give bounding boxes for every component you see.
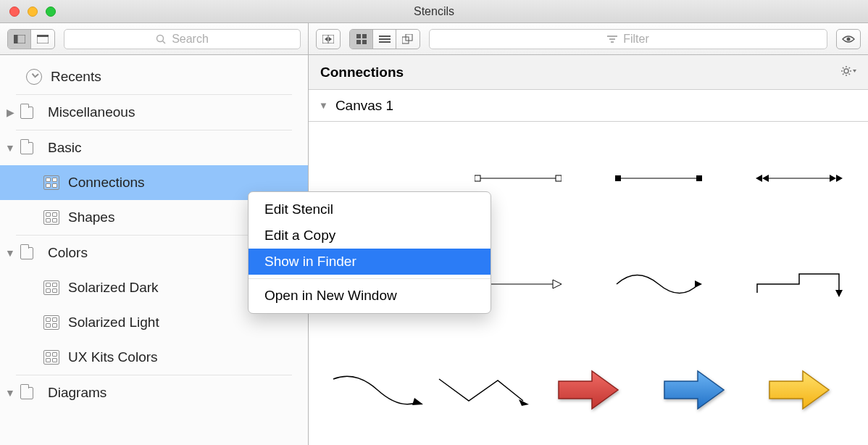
svg-marker-9 xyxy=(329,37,332,41)
visibility-button[interactable] xyxy=(836,29,861,49)
close-button[interactable] xyxy=(9,7,20,17)
zoom-button[interactable] xyxy=(46,7,56,17)
svg-point-22 xyxy=(847,37,851,41)
window-title: Stencils xyxy=(0,5,868,18)
connector-wave-curve-arrow[interactable] xyxy=(330,370,425,410)
settings-gear-button[interactable] xyxy=(840,65,856,80)
search-placeholder: Search xyxy=(172,33,209,46)
svg-rect-35 xyxy=(556,175,562,181)
search-icon xyxy=(156,34,166,44)
section-title: Connections xyxy=(320,65,404,80)
svg-line-31 xyxy=(849,67,851,69)
fat-arrow-blue[interactable] xyxy=(647,370,741,410)
svg-rect-36 xyxy=(615,175,621,181)
filter-icon xyxy=(607,35,617,43)
list-view-button[interactable] xyxy=(373,30,396,49)
detail-view-button[interactable] xyxy=(396,30,420,49)
ctx-show-in-finder[interactable]: Show in Finder xyxy=(249,249,491,275)
sidebar-item-label: Basic xyxy=(48,140,81,156)
stencil-icon xyxy=(43,350,59,365)
context-menu: Edit Stencil Edit a Copy Show in Finder … xyxy=(248,191,491,314)
sidebar-group-diagrams[interactable]: ▼ Diagrams xyxy=(0,375,308,410)
folder-icon xyxy=(20,142,33,154)
svg-marker-43 xyxy=(830,175,836,182)
detail-icon xyxy=(402,34,414,44)
ctx-open-in-new-window[interactable]: Open in New Window xyxy=(249,283,491,309)
ctx-separator xyxy=(249,278,491,279)
titlebar: Stencils xyxy=(0,0,868,23)
svg-marker-39 xyxy=(756,175,762,182)
view-mode-toggle xyxy=(349,29,420,49)
disclosure-down-icon[interactable]: ▼ xyxy=(4,142,16,154)
svg-marker-50 xyxy=(519,399,529,406)
traffic-lights xyxy=(0,7,56,17)
clock-icon xyxy=(26,69,42,85)
svg-line-28 xyxy=(843,67,844,69)
svg-rect-12 xyxy=(356,40,361,44)
disclosure-down-icon[interactable]: ▼ xyxy=(319,100,328,111)
sidebar-search[interactable]: Search xyxy=(64,29,301,49)
svg-marker-49 xyxy=(412,398,423,405)
connector-step-arrow[interactable] xyxy=(752,264,846,304)
ctx-edit-a-copy[interactable]: Edit a Copy xyxy=(249,222,491,249)
ctx-edit-stencil[interactable]: Edit Stencil xyxy=(249,196,491,222)
disclosure-right-icon[interactable]: ▶ xyxy=(4,107,16,118)
stencil-icon xyxy=(43,280,59,295)
sidebar-layout-toggle xyxy=(7,29,55,49)
canvas-title: Canvas 1 xyxy=(335,98,393,114)
svg-rect-33 xyxy=(475,175,480,181)
section-header: Connections xyxy=(309,55,868,90)
svg-marker-8 xyxy=(325,37,327,41)
sidebar-item-label: Solarized Light xyxy=(68,315,159,330)
disclosure-down-icon[interactable]: ▼ xyxy=(4,387,16,399)
fat-arrow-yellow[interactable] xyxy=(752,370,846,410)
folder-icon xyxy=(20,107,33,119)
connector-zigzag-arrow[interactable] xyxy=(436,370,530,410)
sidebar-item-ux-kits-colors[interactable]: UX Kits Colors xyxy=(0,340,308,375)
grid-view-button[interactable] xyxy=(350,30,373,49)
eye-icon xyxy=(842,35,855,43)
canvas-header[interactable]: ▼ Canvas 1 xyxy=(309,90,868,122)
svg-marker-42 xyxy=(836,175,843,182)
filter-placeholder: Filter xyxy=(623,33,649,46)
grid-icon xyxy=(356,34,367,44)
disclosure-down-icon[interactable]: ▼ xyxy=(4,247,16,259)
sidebar-item-label: Recents xyxy=(51,69,101,85)
stencil-icon xyxy=(43,210,59,225)
svg-marker-40 xyxy=(762,175,769,182)
svg-point-4 xyxy=(157,35,164,41)
connector-double-arrows[interactable] xyxy=(752,158,846,199)
sidebar-item-label: Connections xyxy=(68,175,145,191)
svg-marker-32 xyxy=(853,70,856,72)
folder-icon xyxy=(20,387,33,399)
svg-marker-46 xyxy=(553,280,562,288)
sidebar-group-miscellaneous[interactable]: ▶ Miscellaneous xyxy=(0,95,308,130)
connector-square-solid-ends[interactable] xyxy=(612,158,706,199)
pane-left-icon xyxy=(14,35,25,43)
pane-full-icon xyxy=(37,35,49,43)
fat-arrow-red[interactable] xyxy=(541,370,635,410)
sidebar-item-label: Miscellaneous xyxy=(48,104,135,120)
filter-input[interactable]: Filter xyxy=(429,29,827,49)
svg-rect-11 xyxy=(362,34,367,38)
svg-rect-0 xyxy=(14,35,17,43)
svg-rect-38 xyxy=(696,175,702,181)
svg-marker-48 xyxy=(835,290,843,297)
sidebar-pane-left-button[interactable] xyxy=(8,30,31,49)
pane-split-icon xyxy=(322,35,334,43)
sidebar-item-label: UX Kits Colors xyxy=(68,349,158,365)
connector-sine-arrow[interactable] xyxy=(612,264,706,304)
sidebar-recents[interactable]: Recents xyxy=(0,59,308,94)
sidebar-pane-full-button[interactable] xyxy=(31,30,54,49)
svg-point-23 xyxy=(844,69,848,73)
sidebar-group-basic[interactable]: ▼ Basic xyxy=(0,130,308,165)
sidebar-collapse-button[interactable] xyxy=(316,29,341,49)
svg-rect-10 xyxy=(356,34,361,38)
sidebar-item-label: Diagrams xyxy=(48,385,107,401)
list-icon xyxy=(379,35,391,43)
svg-marker-47 xyxy=(695,280,702,288)
svg-rect-13 xyxy=(362,40,367,44)
minimize-button[interactable] xyxy=(28,7,38,17)
svg-line-29 xyxy=(849,73,851,75)
stencil-icon xyxy=(43,175,59,190)
